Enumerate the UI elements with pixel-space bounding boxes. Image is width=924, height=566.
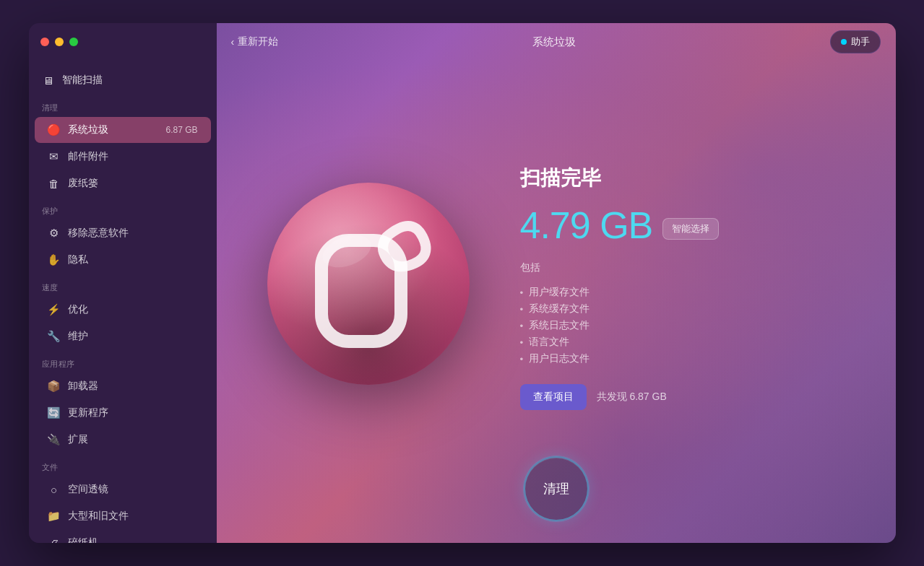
total-found-text: 共发现 6.87 GB bbox=[597, 391, 667, 404]
chevron-left-icon: ‹ bbox=[231, 36, 235, 48]
sidebar-item-recycle[interactable]: 🗑 废纸篓 bbox=[35, 170, 211, 196]
sidebar-item-large-files[interactable]: 📁 大型和旧文件 bbox=[35, 503, 211, 529]
clean-button-wrap: 清理 bbox=[524, 456, 589, 521]
sidebar-item-large-files-label: 大型和旧文件 bbox=[68, 510, 129, 523]
clean-button[interactable]: 清理 bbox=[524, 456, 589, 521]
sidebar-item-mail-attachments[interactable]: ✉ 邮件附件 bbox=[35, 144, 211, 170]
sidebar-item-malware[interactable]: ⚙ 移除恶意软件 bbox=[35, 220, 211, 246]
sidebar-item-recycle-label: 废纸篓 bbox=[68, 177, 98, 190]
sidebar-section-clean: 清理 🔴 系统垃圾 6.87 GB ✉ 邮件附件 🗑 废纸篓 bbox=[29, 94, 217, 196]
section-label-protect: 保护 bbox=[29, 197, 217, 219]
sidebar-item-mail-label: 邮件附件 bbox=[68, 150, 108, 163]
sidebar-section-apps: 应用程序 📦 卸载器 🔄 更新程序 🔌 扩展 bbox=[29, 350, 217, 453]
includes-label: 包括 bbox=[520, 261, 852, 274]
system-trash-badge: 6.87 GB bbox=[165, 125, 197, 135]
sidebar-item-uninstaller-label: 卸载器 bbox=[68, 380, 98, 393]
maximize-traffic-light[interactable] bbox=[69, 38, 78, 46]
sidebar-section-protect: 保护 ⚙ 移除恶意软件 ✋ 隐私 bbox=[29, 197, 217, 273]
page-title: 系统垃圾 bbox=[532, 35, 576, 49]
sidebar-item-smart-scan[interactable]: 🖥 智能扫描 bbox=[29, 66, 217, 94]
titlebar-traffic-lights bbox=[29, 23, 217, 61]
list-item: 用户缓存文件 bbox=[520, 286, 852, 299]
includes-list: 用户缓存文件 系统缓存文件 系统日志文件 语言文件 用户日志文件 bbox=[520, 286, 852, 365]
mail-icon: ✉ bbox=[48, 150, 61, 163]
sidebar-item-extensions[interactable]: 🔌 扩展 bbox=[35, 427, 211, 453]
app-icon-wrapper bbox=[260, 172, 477, 388]
list-item: 系统缓存文件 bbox=[520, 302, 852, 315]
assistant-button[interactable]: 助手 bbox=[830, 30, 881, 53]
sidebar-item-maintain-label: 维护 bbox=[68, 330, 88, 343]
malware-icon: ⚙ bbox=[48, 227, 61, 240]
sidebar-content: 🖥 智能扫描 清理 🔴 系统垃圾 6.87 GB ✉ 邮件附件 🗑 废纸篓 bbox=[29, 61, 217, 543]
svg-point-2 bbox=[267, 183, 470, 385]
app-icon bbox=[260, 172, 477, 388]
system-trash-icon: 🔴 bbox=[48, 123, 61, 136]
back-button[interactable]: ‹ 重新开始 bbox=[231, 35, 279, 48]
sidebar-item-space-lens-label: 空间透镜 bbox=[68, 483, 108, 496]
sidebar-section-speed: 速度 ⚡ 优化 🔧 维护 bbox=[29, 274, 217, 349]
list-item: 语言文件 bbox=[520, 336, 852, 349]
space-lens-icon: ○ bbox=[48, 483, 61, 496]
sidebar-item-maintain[interactable]: 🔧 维护 bbox=[35, 323, 211, 349]
sidebar-item-privacy[interactable]: ✋ 隐私 bbox=[35, 247, 211, 273]
sidebar-item-smart-scan-label: 智能扫描 bbox=[62, 74, 103, 87]
sidebar-item-shredder[interactable]: 🖨 碎纸机 bbox=[35, 530, 211, 543]
recycle-icon: 🗑 bbox=[48, 177, 61, 190]
smart-scan-icon: 🖥 bbox=[42, 74, 55, 87]
close-traffic-light[interactable] bbox=[40, 38, 49, 46]
section-label-files: 文件 bbox=[29, 453, 217, 476]
extensions-icon: 🔌 bbox=[48, 433, 61, 446]
bottom-row: 查看项目 共发现 6.87 GB bbox=[520, 384, 852, 410]
maintain-icon: 🔧 bbox=[48, 330, 61, 343]
sidebar-item-malware-label: 移除恶意软件 bbox=[68, 227, 129, 240]
section-label-speed: 速度 bbox=[29, 274, 217, 296]
main-titlebar: ‹ 重新开始 系统垃圾 助手 bbox=[217, 23, 896, 61]
minimize-traffic-light[interactable] bbox=[55, 38, 64, 46]
list-item: 系统日志文件 bbox=[520, 319, 852, 332]
sidebar-item-privacy-label: 隐私 bbox=[68, 253, 88, 266]
sidebar-item-system-trash[interactable]: 🔴 系统垃圾 6.87 GB bbox=[35, 117, 211, 143]
updater-icon: 🔄 bbox=[48, 406, 61, 419]
list-item: 用户日志文件 bbox=[520, 352, 852, 365]
uninstaller-icon: 📦 bbox=[48, 380, 61, 393]
right-panel: 扫描完毕 4.79 GB 智能选择 包括 用户缓存文件 系统缓存文件 系统日志文… bbox=[520, 150, 852, 410]
large-files-icon: 📁 bbox=[48, 510, 61, 523]
scan-size: 4.79 GB bbox=[520, 204, 653, 247]
assistant-button-label: 助手 bbox=[851, 35, 870, 48]
main-panel: ‹ 重新开始 系统垃圾 助手 bbox=[217, 23, 896, 543]
sidebar-item-uninstaller[interactable]: 📦 卸载器 bbox=[35, 373, 211, 399]
smart-select-button[interactable]: 智能选择 bbox=[662, 218, 719, 240]
sidebar-item-space-lens[interactable]: ○ 空间透镜 bbox=[35, 476, 211, 502]
sidebar-item-updater[interactable]: 🔄 更新程序 bbox=[35, 400, 211, 426]
sidebar-item-system-trash-label: 系统垃圾 bbox=[68, 123, 108, 136]
sidebar: 🖥 智能扫描 清理 🔴 系统垃圾 6.87 GB ✉ 邮件附件 🗑 废纸篓 bbox=[29, 23, 217, 543]
sidebar-item-optimize-label: 优化 bbox=[68, 303, 88, 316]
sidebar-item-shredder-label: 碎纸机 bbox=[68, 536, 98, 543]
section-label-clean: 清理 bbox=[29, 94, 217, 116]
size-row: 4.79 GB 智能选择 bbox=[520, 204, 852, 247]
section-label-apps: 应用程序 bbox=[29, 350, 217, 373]
scan-complete-title: 扫描完毕 bbox=[520, 165, 852, 192]
sidebar-item-optimize[interactable]: ⚡ 优化 bbox=[35, 297, 211, 323]
privacy-icon: ✋ bbox=[48, 253, 61, 266]
shredder-icon: 🖨 bbox=[48, 536, 61, 543]
view-items-button[interactable]: 查看项目 bbox=[520, 384, 587, 410]
sidebar-section-files: 文件 ○ 空间透镜 📁 大型和旧文件 🖨 碎纸机 bbox=[29, 453, 217, 543]
back-button-label: 重新开始 bbox=[238, 35, 278, 48]
sidebar-item-extensions-label: 扩展 bbox=[68, 433, 88, 446]
assistant-dot-icon bbox=[841, 39, 847, 45]
sidebar-item-updater-label: 更新程序 bbox=[68, 406, 108, 419]
optimize-icon: ⚡ bbox=[48, 303, 61, 316]
